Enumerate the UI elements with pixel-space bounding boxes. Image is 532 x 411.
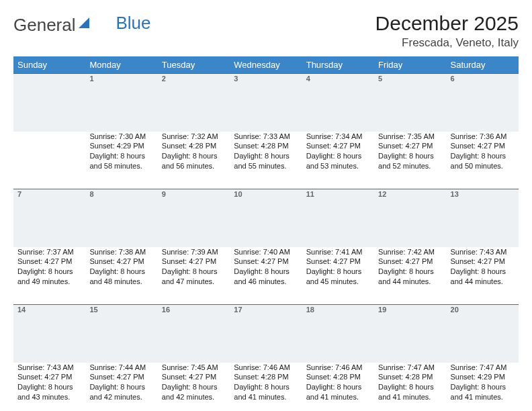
sunrise-text: Sunrise: 7:47 AM <box>378 363 442 373</box>
sunset-text: Sunset: 4:27 PM <box>162 257 226 267</box>
sunrise-text: Sunrise: 7:34 AM <box>306 132 370 142</box>
sunrise-text: Sunrise: 7:39 AM <box>162 247 226 257</box>
sunset-text: Sunset: 4:27 PM <box>378 141 442 151</box>
day-cell: Sunrise: 7:39 AMSunset: 4:27 PMDaylight:… <box>158 247 230 305</box>
day-cell: Sunrise: 7:32 AMSunset: 4:28 PMDaylight:… <box>158 132 230 189</box>
day-cell: Sunrise: 7:43 AMSunset: 4:27 PMDaylight:… <box>13 363 85 412</box>
day-cell <box>13 132 85 189</box>
day-cell: Sunrise: 7:43 AMSunset: 4:27 PMDaylight:… <box>447 247 519 305</box>
sail-icon <box>77 13 91 34</box>
day-cell: Sunrise: 7:41 AMSunset: 4:27 PMDaylight:… <box>302 247 374 305</box>
day-cell: Sunrise: 7:47 AMSunset: 4:29 PMDaylight:… <box>447 363 519 412</box>
daylight-text: Daylight: 8 hours and 41 minutes. <box>306 382 370 402</box>
day-cell: Sunrise: 7:46 AMSunset: 4:28 PMDaylight:… <box>230 363 302 412</box>
sunset-text: Sunset: 4:27 PM <box>17 372 81 382</box>
day-number: 18 <box>302 305 374 363</box>
daylight-text: Daylight: 8 hours and 56 minutes. <box>162 151 226 171</box>
sunrise-text: Sunrise: 7:46 AM <box>234 363 298 373</box>
day-number: 8 <box>85 189 157 247</box>
sunset-text: Sunset: 4:27 PM <box>306 141 370 151</box>
logo-text-1: General <box>13 15 76 36</box>
sunset-text: Sunset: 4:28 PM <box>162 141 226 151</box>
sunrise-text: Sunrise: 7:44 AM <box>89 363 153 373</box>
sunrise-text: Sunrise: 7:41 AM <box>306 247 370 257</box>
sunrise-text: Sunrise: 7:40 AM <box>234 247 298 257</box>
daylight-text: Daylight: 8 hours and 46 minutes. <box>234 267 298 287</box>
sunset-text: Sunset: 4:29 PM <box>89 141 153 151</box>
day-cell: Sunrise: 7:42 AMSunset: 4:27 PMDaylight:… <box>374 247 446 305</box>
daylight-text: Daylight: 8 hours and 41 minutes. <box>451 382 515 402</box>
sunset-text: Sunset: 4:28 PM <box>306 372 370 382</box>
weekday-header: Wednesday <box>230 56 302 74</box>
weekday-header: Saturday <box>447 56 519 74</box>
sunrise-text: Sunrise: 7:30 AM <box>89 132 153 142</box>
weekday-header: Tuesday <box>158 56 230 74</box>
day-number: 6 <box>447 74 519 132</box>
day-cell: Sunrise: 7:45 AMSunset: 4:27 PMDaylight:… <box>158 363 230 412</box>
day-number: 13 <box>447 189 519 247</box>
day-content-row: Sunrise: 7:37 AMSunset: 4:27 PMDaylight:… <box>13 247 519 305</box>
sunset-text: Sunset: 4:27 PM <box>89 372 153 382</box>
location-label: Frescada, Veneto, Italy <box>375 36 519 50</box>
daylight-text: Daylight: 8 hours and 44 minutes. <box>451 267 515 287</box>
day-cell: Sunrise: 7:40 AMSunset: 4:27 PMDaylight:… <box>230 247 302 305</box>
day-cell: Sunrise: 7:46 AMSunset: 4:28 PMDaylight:… <box>302 363 374 412</box>
day-number: 10 <box>230 189 302 247</box>
daylight-text: Daylight: 8 hours and 48 minutes. <box>89 267 153 287</box>
svg-marker-0 <box>79 17 89 28</box>
day-number: 20 <box>447 305 519 363</box>
day-number: 17 <box>230 305 302 363</box>
sunrise-text: Sunrise: 7:33 AM <box>234 132 298 142</box>
sunset-text: Sunset: 4:27 PM <box>451 141 515 151</box>
day-number-row: 14151617181920 <box>13 305 519 363</box>
sunrise-text: Sunrise: 7:46 AM <box>306 363 370 373</box>
daylight-text: Daylight: 8 hours and 44 minutes. <box>378 267 442 287</box>
daylight-text: Daylight: 8 hours and 41 minutes. <box>234 382 298 402</box>
sunrise-text: Sunrise: 7:36 AM <box>451 132 515 142</box>
day-number: 7 <box>13 189 85 247</box>
daylight-text: Daylight: 8 hours and 41 minutes. <box>378 382 442 402</box>
daylight-text: Daylight: 8 hours and 47 minutes. <box>162 267 226 287</box>
daylight-text: Daylight: 8 hours and 55 minutes. <box>234 151 298 171</box>
day-number: 19 <box>374 305 446 363</box>
day-cell: Sunrise: 7:38 AMSunset: 4:27 PMDaylight:… <box>85 247 157 305</box>
day-number: 3 <box>230 74 302 132</box>
sunrise-text: Sunrise: 7:43 AM <box>451 247 515 257</box>
daylight-text: Daylight: 8 hours and 52 minutes. <box>378 151 442 171</box>
sunrise-text: Sunrise: 7:47 AM <box>451 363 515 373</box>
daylight-text: Daylight: 8 hours and 43 minutes. <box>17 382 81 402</box>
sunset-text: Sunset: 4:28 PM <box>378 372 442 382</box>
day-cell: Sunrise: 7:44 AMSunset: 4:27 PMDaylight:… <box>85 363 157 412</box>
day-number: 2 <box>158 74 230 132</box>
sunset-text: Sunset: 4:28 PM <box>234 141 298 151</box>
daylight-text: Daylight: 8 hours and 42 minutes. <box>89 382 153 402</box>
sunrise-text: Sunrise: 7:37 AM <box>17 247 81 257</box>
day-number: 5 <box>374 74 446 132</box>
page-title: December 2025 <box>375 12 519 35</box>
sunset-text: Sunset: 4:27 PM <box>451 257 515 267</box>
weekday-header: Thursday <box>302 56 374 74</box>
sunrise-text: Sunrise: 7:43 AM <box>17 363 81 373</box>
sunset-text: Sunset: 4:27 PM <box>162 372 226 382</box>
logo: General Blue <box>13 15 151 36</box>
day-cell: Sunrise: 7:36 AMSunset: 4:27 PMDaylight:… <box>447 132 519 189</box>
daylight-text: Daylight: 8 hours and 50 minutes. <box>451 151 515 171</box>
day-number: 14 <box>13 305 85 363</box>
daylight-text: Daylight: 8 hours and 42 minutes. <box>162 382 226 402</box>
header: General Blue December 2025 Frescada, Ven… <box>13 12 519 50</box>
day-number: 1 <box>85 74 157 132</box>
sunrise-text: Sunrise: 7:38 AM <box>89 247 153 257</box>
day-cell: Sunrise: 7:33 AMSunset: 4:28 PMDaylight:… <box>230 132 302 189</box>
day-cell: Sunrise: 7:34 AMSunset: 4:27 PMDaylight:… <box>302 132 374 189</box>
day-number: 4 <box>302 74 374 132</box>
weekday-header: Sunday <box>13 56 85 74</box>
daylight-text: Daylight: 8 hours and 53 minutes. <box>306 151 370 171</box>
sunset-text: Sunset: 4:28 PM <box>234 372 298 382</box>
sunset-text: Sunset: 4:29 PM <box>451 372 515 382</box>
sunrise-text: Sunrise: 7:35 AM <box>378 132 442 142</box>
day-cell: Sunrise: 7:47 AMSunset: 4:28 PMDaylight:… <box>374 363 446 412</box>
sunset-text: Sunset: 4:27 PM <box>378 257 442 267</box>
day-number: 9 <box>158 189 230 247</box>
sunset-text: Sunset: 4:27 PM <box>17 257 81 267</box>
day-content-row: Sunrise: 7:43 AMSunset: 4:27 PMDaylight:… <box>13 363 519 412</box>
